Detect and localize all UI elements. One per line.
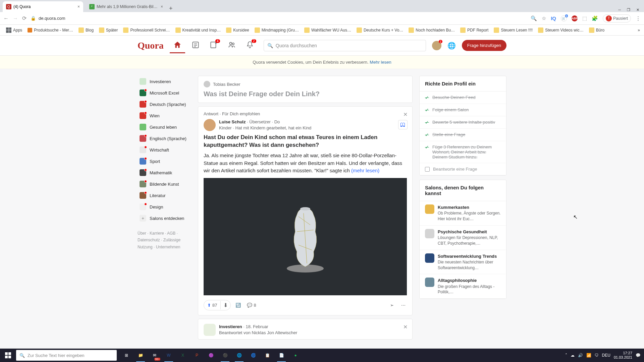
clock[interactable]: 17:2701.03.2021 bbox=[614, 351, 632, 360]
search-input[interactable]: 🔍 Quora durchsuchen bbox=[264, 40, 426, 51]
sidebar-space[interactable]: Wirtschaft bbox=[138, 144, 191, 156]
bookmark[interactable]: Deutsche Kurs + Vo… bbox=[355, 26, 405, 34]
notifications-icon[interactable]: 2 bbox=[242, 38, 258, 53]
taskbar-search[interactable]: 🔍Zur Suche Text hier eingeben bbox=[16, 350, 117, 361]
space-name[interactable]: Investieren bbox=[219, 324, 242, 329]
sidebar-space[interactable]: Literatur bbox=[138, 190, 191, 201]
bookmark[interactable]: Büro bbox=[587, 26, 606, 34]
sidebar-space[interactable]: Sport bbox=[138, 156, 191, 167]
checklist-item[interactable]: ✓Stelle eine Frage bbox=[420, 129, 506, 141]
maximize-icon[interactable]: ❐ bbox=[627, 8, 630, 12]
checklist-item[interactable]: ✓Bewerte 5 weitere Inhalte positiv bbox=[420, 116, 506, 129]
close-window-icon[interactable]: ✕ bbox=[636, 8, 639, 12]
sidebar-space[interactable]: Bildende Kunst bbox=[138, 178, 191, 190]
answer-icon[interactable]: 4 bbox=[206, 38, 221, 53]
bookmark-icon[interactable]: 🕮 bbox=[398, 120, 408, 129]
bookmark[interactable]: Kreativität und Insp… bbox=[173, 26, 223, 34]
sidebar-space[interactable]: Englisch (Sprache) bbox=[138, 133, 191, 144]
spotify-icon[interactable]: ● bbox=[288, 349, 303, 362]
author-name[interactable]: Luise Schulz bbox=[219, 119, 246, 124]
home-icon[interactable] bbox=[170, 38, 185, 53]
forward-button[interactable]: → bbox=[13, 15, 18, 21]
zoom-icon[interactable]: 🔍 bbox=[531, 15, 537, 21]
bookmark[interactable]: Kursidee bbox=[224, 26, 251, 34]
sidebar-space[interactable]: Gesund leben bbox=[138, 121, 191, 133]
bookmark[interactable]: Professionell Schrei… bbox=[121, 26, 172, 34]
start-button[interactable] bbox=[0, 349, 16, 362]
battery-icon[interactable]: 🗨 bbox=[595, 353, 599, 358]
bookmark[interactable]: Blog bbox=[76, 26, 96, 34]
question-title[interactable]: Hast Du oder Dein Kind schon mal etwas T… bbox=[204, 134, 407, 149]
word-icon[interactable]: W bbox=[162, 349, 176, 362]
bookmark[interactable]: Später bbox=[97, 26, 120, 34]
salon-item[interactable]: Softwareentwicklung TrendsDie neuesten N… bbox=[420, 250, 506, 275]
read-more-link[interactable]: (mehr lesen) bbox=[351, 168, 379, 173]
menu-icon[interactable]: ⋮ bbox=[636, 15, 641, 21]
extension-icon[interactable]: 🛒1 bbox=[561, 15, 567, 21]
sidebar-space[interactable]: Investieren bbox=[138, 76, 191, 87]
explorer-icon[interactable]: 📁 bbox=[133, 349, 148, 362]
sidebar-space[interactable]: Design bbox=[138, 201, 191, 213]
excel-icon[interactable]: X bbox=[176, 349, 190, 362]
post-image[interactable] bbox=[204, 178, 407, 295]
abp-icon[interactable]: ABP bbox=[572, 15, 578, 21]
sidebar-space[interactable]: Mathematik bbox=[138, 167, 191, 178]
close-icon[interactable]: ✕ bbox=[403, 111, 408, 118]
footer-links[interactable]: Über · Karriere · AGB · Datenschutz · Zu… bbox=[138, 230, 191, 250]
ask-question-card[interactable]: Tobias Becker Was ist Deine Frage oder D… bbox=[198, 76, 413, 103]
edge-icon[interactable]: 🌀 bbox=[246, 349, 260, 362]
bookmark[interactable]: Steuern Videos wic… bbox=[536, 26, 586, 34]
profile-avatar[interactable]: 2 bbox=[432, 41, 441, 50]
star-icon[interactable]: ☆ bbox=[542, 15, 546, 21]
sidebar-space[interactable]: Microsoft Excel bbox=[138, 87, 191, 99]
url-field[interactable]: 🔒 de.quora.com bbox=[31, 16, 527, 21]
ask-prompt[interactable]: Was ist Deine Frage oder Dein Link? bbox=[204, 90, 407, 98]
notifications-icon[interactable]: 💬 bbox=[636, 353, 641, 358]
sidebar-space[interactable]: Deutsch (Sprache) bbox=[138, 99, 191, 110]
volume-icon[interactable]: 🔊 bbox=[578, 353, 583, 358]
more-button[interactable]: ⋯ bbox=[400, 301, 407, 309]
back-button[interactable]: ← bbox=[3, 15, 9, 21]
salon-item[interactable]: AlltagsphilosophieDie großen Fragen des … bbox=[420, 274, 506, 299]
profile-paused[interactable]: T Pausiert bbox=[603, 14, 631, 22]
reload-button[interactable]: ⟳ bbox=[22, 15, 26, 21]
wifi-icon[interactable]: 📶 bbox=[586, 353, 591, 358]
language-indicator[interactable]: DEU bbox=[602, 353, 610, 358]
upvote-button[interactable]: ⬆87 bbox=[204, 301, 221, 309]
app-icon[interactable]: 📋 bbox=[260, 349, 274, 362]
checklist-item[interactable]: ✓Besuche Deinen Feed bbox=[420, 92, 506, 104]
discover-spaces[interactable]: + Salons entdecken bbox=[138, 213, 191, 224]
bookmark[interactable]: Steuern Lesen !!!! bbox=[492, 26, 535, 34]
space-avatar[interactable] bbox=[204, 324, 216, 336]
close-icon[interactable]: ✕ bbox=[403, 324, 408, 330]
comment-button[interactable]: 💬 8 bbox=[246, 301, 257, 309]
add-question-button[interactable]: Frage hinzufügen bbox=[462, 40, 506, 51]
cookie-more-link[interactable]: Mehr lesen bbox=[370, 60, 391, 65]
avatar[interactable] bbox=[204, 119, 216, 131]
salon-item[interactable]: Psychische GesundheitLösungen für Depres… bbox=[420, 226, 506, 250]
spaces-icon[interactable] bbox=[224, 38, 239, 53]
bookmark[interactable]: Produktsuche - Mer… bbox=[25, 26, 75, 34]
downvote-button[interactable]: ⬇ bbox=[221, 300, 230, 310]
apps-button[interactable]: Apps bbox=[4, 26, 24, 34]
taskview-button[interactable]: ⊞ bbox=[119, 349, 133, 362]
checklist-item[interactable]: ✓Füge 3 Referenzen zu Deinem Wohnort, De… bbox=[420, 141, 506, 163]
share-button[interactable]: ➢ bbox=[389, 301, 395, 309]
chrome-icon[interactable]: 🌐 bbox=[232, 349, 246, 362]
app-icon[interactable]: 🟣 bbox=[204, 349, 218, 362]
mail-icon[interactable]: ✉99+ bbox=[148, 349, 162, 362]
checklist-item[interactable]: ✓Folge einem Salon bbox=[420, 104, 506, 116]
minimize-icon[interactable]: ─ bbox=[618, 8, 621, 12]
bookmark[interactable]: Wahlfächer WU Aus… bbox=[302, 26, 353, 34]
obs-icon[interactable]: ⚫ bbox=[218, 349, 232, 362]
checklist-item[interactable]: Beantworte eine Frage bbox=[420, 163, 506, 175]
sidebar-space[interactable]: Wien bbox=[138, 110, 191, 121]
quora-logo[interactable]: Quora bbox=[138, 40, 164, 51]
new-tab-button[interactable]: + bbox=[166, 5, 175, 12]
close-icon[interactable]: × bbox=[77, 4, 80, 9]
bookmark[interactable]: Mindmapping (Gru… bbox=[253, 26, 301, 34]
notepad-icon[interactable]: 📄 bbox=[274, 349, 288, 362]
repost-button[interactable]: 🔃 bbox=[234, 301, 242, 309]
extension-icon[interactable]: ⬚ bbox=[582, 15, 587, 21]
powerpoint-icon[interactable]: P bbox=[190, 349, 204, 362]
